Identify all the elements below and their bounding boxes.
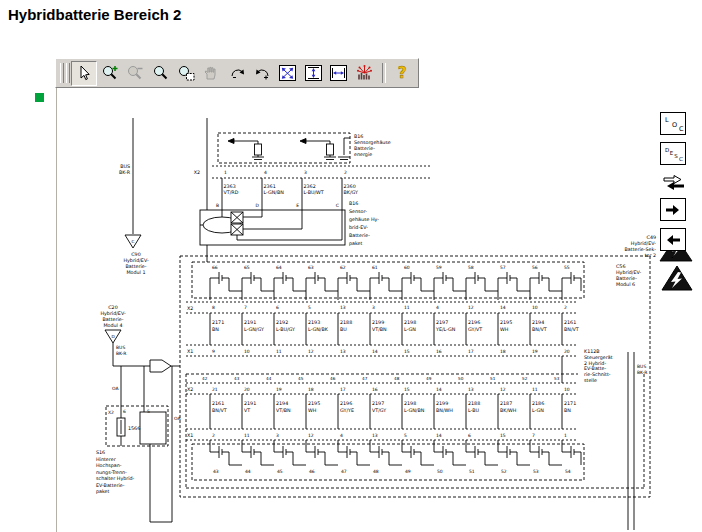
component-label: 2 Hybrid-	[584, 361, 606, 366]
cell-pin: 51	[490, 376, 496, 381]
component-label: B16	[354, 134, 363, 139]
component-label: nungs-Trenn-	[96, 470, 127, 475]
component-label: paket	[349, 241, 363, 246]
wire-color: L-GN/BK	[308, 327, 329, 332]
schematic-canvas: BUSBK-RCC90Hybrid/EV-Batterie-Modul 1B16…	[0, 0, 702, 532]
sector-label: Batterie-Sek-	[625, 247, 657, 252]
pin-number: 8	[212, 305, 215, 310]
pin-number: 13	[468, 387, 474, 392]
pin-number: 16	[436, 349, 442, 354]
wire-id: 2363	[224, 184, 236, 189]
component-label: Hinterer	[96, 457, 116, 462]
cell-pin: 61	[372, 265, 378, 270]
wire-color: GY/YE	[340, 408, 354, 413]
wire-color: GY/VT	[468, 327, 482, 332]
wire-color: L-BU/WT	[304, 190, 324, 195]
cell-pin: 64	[276, 265, 282, 270]
svg-text:C: C	[679, 125, 684, 133]
cell-pin: 46	[309, 469, 315, 474]
pin-number: 11	[404, 305, 410, 310]
cell-pin: 43	[213, 469, 219, 474]
svg-text:E: E	[670, 150, 674, 156]
wire-color: BN/VT	[212, 408, 227, 413]
pin-number: 19	[276, 387, 282, 392]
pin-number: 5	[147, 409, 150, 414]
cell-pin: 48	[394, 376, 400, 381]
swap-arrows-icon	[660, 172, 688, 193]
wire-label: BUS	[116, 345, 125, 350]
connector-label: X2	[187, 306, 193, 311]
wire-color: BK/GY	[344, 190, 359, 195]
splice-label: OA	[112, 386, 119, 391]
pin-number: 7	[244, 305, 247, 310]
pin-letter: E	[296, 203, 299, 208]
cell-pin: 53	[533, 469, 539, 474]
pin-number: 3	[304, 170, 307, 175]
component-label: Batterie-	[354, 146, 375, 151]
wire-color: VT	[244, 408, 250, 413]
pin-number: 4	[264, 170, 267, 175]
pin-number: 18	[500, 349, 506, 354]
description-button[interactable]: DESC	[660, 142, 686, 165]
pin-number: 20	[564, 349, 570, 354]
wire-id: 2188	[340, 320, 352, 325]
wire-id: 2188	[468, 401, 480, 406]
pin-number: 10	[244, 349, 250, 354]
wire-label: BK-R	[637, 370, 647, 375]
wire-id: 2186	[532, 401, 544, 406]
pin-number: 13	[340, 349, 346, 354]
location-button[interactable]: LOC	[660, 112, 686, 135]
ground-c90: BUSBK-RCC90Hybrid/EV-Batterie-Modul 1	[119, 118, 149, 275]
wire-color: BN/VT	[564, 327, 579, 332]
next-button[interactable]	[660, 198, 686, 221]
wire-color: VT/GY	[372, 408, 386, 413]
wire-color: WH	[500, 327, 509, 332]
side-icon-column: LOCDESC	[660, 112, 694, 297]
wire-color: L-GN	[404, 327, 416, 332]
wire-id: 2196	[468, 320, 480, 325]
cell-pin: 50	[458, 376, 464, 381]
pin-number: 19	[532, 349, 538, 354]
cell-pin: 52	[522, 376, 528, 381]
pin-number: 11	[244, 433, 250, 438]
wire-color: VT/RD	[224, 190, 239, 195]
component-label: Sensorgehäuse	[354, 140, 391, 145]
cell-pin: 45	[298, 376, 304, 381]
wire-label: BUS	[120, 164, 130, 169]
pin-number: 3	[372, 305, 375, 310]
pin-number: 11	[276, 349, 282, 354]
svg-text:O: O	[672, 121, 677, 129]
wire-color: L-BU	[468, 408, 479, 413]
pin-number: 14	[436, 433, 442, 438]
component-label: rie-Schnitt-	[584, 372, 611, 377]
pin-number: 1	[564, 433, 567, 438]
sector-boundary	[180, 256, 650, 497]
component-label: Hybrid/EV-	[616, 270, 641, 275]
wire-id: 2194	[532, 320, 544, 325]
component-label: C56	[616, 264, 625, 269]
cell-pin: 42	[202, 376, 208, 381]
pin-number: 6	[123, 409, 126, 414]
component-label: paket	[96, 489, 110, 494]
wire-label: BK-R	[116, 351, 126, 356]
component-label: EV-Batterie-	[96, 483, 125, 488]
wire-id: 2362	[304, 184, 316, 189]
pin-number: 20	[244, 387, 250, 392]
pin-number: 16	[372, 387, 378, 392]
component-label: brid-EV-	[349, 225, 368, 230]
wire-id: 2197	[436, 320, 448, 325]
pin-number: 4	[340, 433, 343, 438]
wire-id: 2195	[308, 401, 320, 406]
pin-number: 12	[308, 349, 314, 354]
pin-number: 2	[212, 433, 215, 438]
pin-number: 15	[404, 387, 410, 392]
component-label: Modul 6	[616, 282, 635, 287]
cell-pin: 66	[212, 265, 218, 270]
pin-number: 21	[212, 387, 218, 392]
svg-text:S: S	[674, 153, 678, 159]
previous-button[interactable]	[660, 228, 686, 251]
pin-number: 2	[564, 305, 567, 310]
pin-number: 14	[500, 305, 506, 310]
svg-text:L: L	[665, 116, 669, 124]
wire-color: L-GN/BN	[404, 408, 425, 413]
